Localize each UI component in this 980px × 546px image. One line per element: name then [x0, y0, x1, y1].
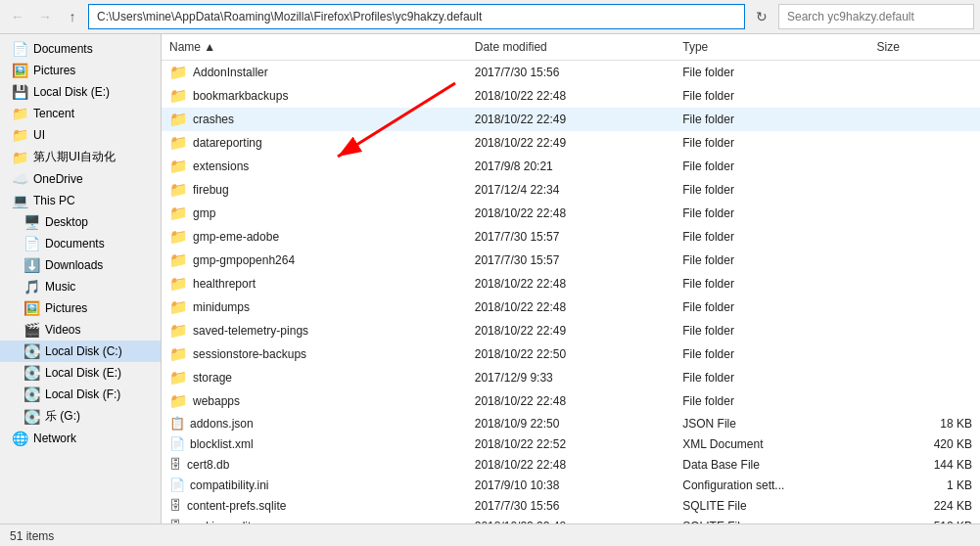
folder-icon: 📁 [169, 111, 188, 128]
file-size: 1 KB [869, 475, 980, 495]
sidebar-label-local-disk-c: Local Disk (C:) [45, 344, 122, 358]
file-table-body: 📁AddonInstaller2017/7/30 15:56File folde… [162, 61, 980, 524]
folder-icon: 📁 [169, 251, 188, 269]
file-table: Name ▲ Date modified Type Size 📁AddonIns… [162, 34, 980, 523]
sidebar-label-desktop: Desktop [45, 215, 88, 229]
file-icon: 📋 [169, 416, 185, 431]
sidebar-item-tencent[interactable]: 📁Tencent [0, 103, 161, 124]
table-row[interactable]: 📁crashes2018/10/22 22:49File folder [162, 108, 980, 131]
table-row[interactable]: 📁firebug2017/12/4 22:34File folder [162, 178, 980, 202]
sidebar-item-local-disk-e[interactable]: 💽Local Disk (E:) [0, 362, 161, 384]
file-size [869, 342, 980, 366]
sidebar-item-eighth[interactable]: 📁第八期UI自动化 [0, 146, 161, 168]
sidebar-item-onedrive[interactable]: ☁️OneDrive [0, 168, 161, 190]
file-name: content-prefs.sqlite [187, 499, 286, 513]
file-size [869, 61, 980, 85]
table-row[interactable]: 📁minidumps2018/10/22 22:48File folder [162, 296, 980, 319]
videos-icon: 🎬 [23, 322, 40, 338]
table-row[interactable]: 📋addons.json2018/10/9 22:50JSON File18 K… [162, 413, 980, 433]
forward-button[interactable]: → [33, 5, 57, 28]
file-date: 2018/10/22 22:49 [467, 319, 676, 342]
table-row[interactable]: 🗄cookies.sqlite2018/10/22 22:48SQLITE Fi… [162, 516, 980, 523]
table-row[interactable]: 📁saved-telemetry-pings2018/10/22 22:49Fi… [162, 319, 980, 342]
file-type: SQLITE File [675, 495, 868, 516]
table-row[interactable]: 📁gmp2018/10/22 22:48File folder [162, 202, 980, 225]
file-type: Configuration sett... [675, 475, 868, 495]
table-row[interactable]: 📁healthreport2018/10/22 22:48File folder [162, 272, 980, 296]
sidebar-item-local-disk-e-quick[interactable]: 💾Local Disk (E:) [0, 81, 161, 103]
folder-icon: 📁 [169, 228, 188, 246]
sidebar-label-videos: Videos [45, 323, 80, 337]
sidebar-item-network[interactable]: 🌐Network [0, 428, 161, 449]
file-name: saved-telemetry-pings [193, 324, 308, 338]
file-name: minidumps [193, 300, 250, 314]
sidebar-item-videos[interactable]: 🎬Videos [0, 319, 161, 341]
folder-icon: 📁 [169, 64, 188, 81]
folder-icon: 📁 [169, 275, 188, 293]
sidebar-item-this-pc[interactable]: 💻This PC [0, 190, 161, 211]
file-date: 2018/10/22 22:52 [467, 433, 676, 454]
table-row[interactable]: 📄compatibility.ini2017/9/10 10:38Configu… [162, 475, 980, 495]
sidebar-label-local-disk-e: Local Disk (E:) [45, 366, 121, 380]
file-name: compatibility.ini [190, 478, 268, 492]
file-name: AddonInstaller [193, 66, 268, 79]
table-row[interactable]: 📁storage2017/12/9 9:33File folder [162, 366, 980, 389]
table-row[interactable]: 📁gmp-eme-adobe2017/7/30 15:57File folder [162, 225, 980, 249]
up-button[interactable]: ↑ [61, 5, 84, 28]
status-bar: 51 items [0, 523, 980, 546]
table-row[interactable]: 🗄content-prefs.sqlite2017/7/30 15:56SQLI… [162, 495, 980, 516]
table-row[interactable]: 📁AddonInstaller2017/7/30 15:56File folde… [162, 61, 980, 85]
table-row[interactable]: 📁bookmarkbackups2018/10/22 22:48File fol… [162, 84, 980, 108]
status-text: 51 items [10, 529, 54, 543]
file-size [869, 249, 980, 272]
folder-icon: 📁 [169, 134, 188, 152]
col-header-size[interactable]: Size [869, 34, 980, 61]
sidebar-item-documents2[interactable]: 📄Documents [0, 233, 161, 254]
address-bar[interactable] [88, 4, 745, 29]
tencent-icon: 📁 [12, 106, 28, 121]
file-name: addons.json [190, 417, 254, 431]
sidebar-item-pictures2[interactable]: 🖼️Pictures [0, 297, 161, 319]
table-row[interactable]: 📄blocklist.xml2018/10/22 22:52XML Docume… [162, 433, 980, 454]
search-input[interactable] [778, 4, 974, 29]
file-size [869, 389, 980, 413]
file-name: blocklist.xml [190, 437, 254, 451]
sidebar-item-pictures[interactable]: 🖼️Pictures [0, 60, 161, 81]
sidebar-item-documents[interactable]: 📄Documents [0, 38, 161, 60]
file-icon: 📄 [169, 478, 185, 492]
sidebar-item-desktop[interactable]: 🖥️Desktop [0, 211, 161, 233]
table-row[interactable]: 📁extensions2017/9/8 20:21File folder [162, 155, 980, 178]
file-date: 2017/7/30 15:56 [467, 61, 676, 85]
local-disk-e-quick-icon: 💾 [12, 84, 28, 100]
folder-icon: 📁 [169, 345, 188, 363]
refresh-button[interactable]: ↻ [749, 4, 774, 29]
sidebar-label-tencent: Tencent [33, 107, 74, 120]
file-date: 2017/9/8 20:21 [467, 155, 676, 178]
col-header-date[interactable]: Date modified [467, 34, 676, 61]
sidebar-item-local-disk-c[interactable]: 💽Local Disk (C:) [0, 341, 161, 362]
col-header-name[interactable]: Name ▲ [162, 34, 467, 61]
back-button[interactable]: ← [6, 5, 29, 28]
documents-icon: 📄 [12, 41, 28, 57]
file-type: File folder [675, 389, 868, 413]
file-icon: 🗄 [169, 457, 182, 472]
local-disk-c-icon: 💽 [23, 343, 40, 359]
sidebar-item-downloads[interactable]: ⬇️Downloads [0, 254, 161, 276]
file-name: crashes [193, 113, 234, 126]
file-date: 2018/10/22 22:48 [467, 84, 676, 108]
table-row[interactable]: 🗄cert8.db2018/10/22 22:48Data Base File1… [162, 454, 980, 475]
table-row[interactable]: 📁gmp-gmpopenh2642017/7/30 15:57File fold… [162, 249, 980, 272]
sidebar-item-local-disk-f[interactable]: 💽Local Disk (F:) [0, 384, 161, 405]
file-size [869, 296, 980, 319]
file-date: 2018/10/22 22:50 [467, 342, 676, 366]
table-row[interactable]: 📁sessionstore-backups2018/10/22 22:50Fil… [162, 342, 980, 366]
table-row[interactable]: 📁datareporting2018/10/22 22:49File folde… [162, 131, 980, 155]
sidebar-label-documents2: Documents [45, 237, 105, 250]
sidebar-item-ui[interactable]: 📁UI [0, 124, 161, 146]
file-date: 2018/10/22 22:48 [467, 516, 676, 523]
sidebar-item-music[interactable]: 🎵Music [0, 276, 161, 297]
sidebar-item-music-g[interactable]: 💽乐 (G:) [0, 405, 161, 428]
file-type: File folder [675, 342, 868, 366]
col-header-type[interactable]: Type [675, 34, 868, 61]
table-row[interactable]: 📁webapps2018/10/22 22:48File folder [162, 389, 980, 413]
